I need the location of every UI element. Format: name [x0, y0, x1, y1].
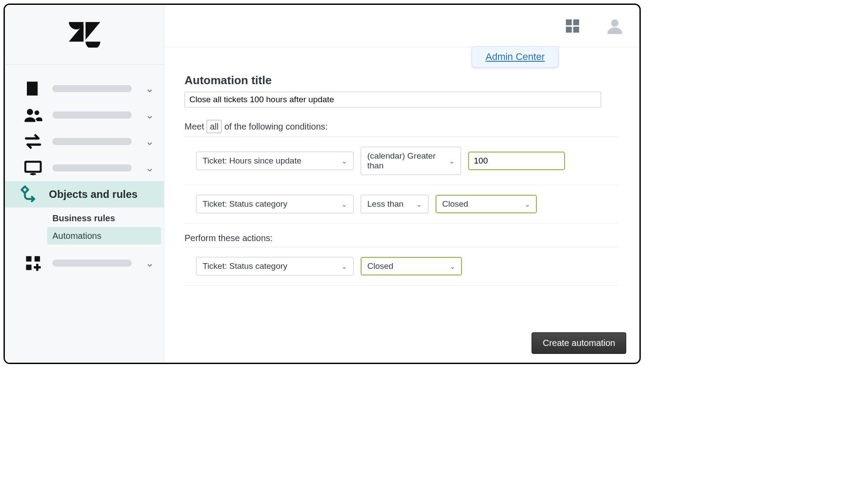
- automation-title-input[interactable]: [185, 92, 601, 108]
- chevron-down-icon: ⌄: [145, 135, 154, 148]
- nav-placeholder: [52, 260, 132, 267]
- svg-point-3: [35, 111, 40, 115]
- chevron-down-icon: ⌄: [145, 109, 154, 121]
- sidebar-item-people[interactable]: ⌄: [5, 102, 164, 128]
- sidebar-item-account[interactable]: ⌄: [5, 75, 164, 102]
- nav-placeholder: [52, 85, 132, 92]
- arrows-icon: [23, 132, 43, 151]
- condition-field-select[interactable]: Ticket: Status category ⌄: [196, 195, 354, 213]
- topbar: [164, 5, 639, 47]
- monitor-icon: [23, 158, 43, 178]
- chevron-down-icon: ⌄: [341, 200, 347, 208]
- sidebar-subitem-business-rules[interactable]: Business rules: [5, 209, 164, 227]
- condition-operator-select[interactable]: (calendar) Greater than ⌄: [361, 147, 461, 175]
- conditions-header: Meet all of the following conditions:: [185, 120, 617, 133]
- condition-value-select[interactable]: Closed ⌄: [436, 195, 537, 213]
- chevron-down-icon: ⌄: [416, 200, 422, 208]
- chevron-down-icon: ⌄: [449, 157, 454, 165]
- create-automation-button[interactable]: Create automation: [532, 332, 626, 354]
- sidebar-item-apps[interactable]: ⌄: [5, 250, 164, 276]
- nav-placeholder: [52, 138, 132, 145]
- apps-add-icon: [23, 253, 43, 273]
- sidebar-item-channels[interactable]: ⌄: [5, 128, 164, 155]
- sidebar-item-objects-rules[interactable]: Objects and rules: [5, 181, 164, 208]
- admin-center-tooltip: Admin Center: [472, 46, 558, 67]
- svg-point-14: [611, 19, 619, 27]
- workflow-icon: [20, 185, 39, 204]
- separator: [185, 247, 617, 247]
- condition-value-input[interactable]: [468, 152, 565, 170]
- svg-rect-12: [566, 26, 572, 32]
- action-row: Ticket: Status category ⌄ Closed ⌄: [196, 257, 617, 275]
- svg-point-2: [27, 109, 33, 115]
- condition-row: Ticket: Hours since update ⌄ (calendar) …: [196, 147, 617, 175]
- sidebar-item-label: Objects and rules: [49, 188, 137, 201]
- svg-rect-11: [573, 19, 579, 25]
- svg-point-5: [30, 173, 36, 175]
- actions-label: Perform these actions:: [185, 233, 617, 243]
- action-field-select[interactable]: Ticket: Status category ⌄: [196, 257, 354, 275]
- chevron-down-icon: ⌄: [341, 262, 347, 271]
- people-icon: [23, 105, 43, 125]
- zendesk-logo-icon: [69, 22, 100, 48]
- chevron-down-icon: ⌄: [145, 257, 154, 269]
- chevron-down-icon: ⌄: [524, 200, 530, 208]
- condition-operator-select[interactable]: Less than ⌄: [361, 195, 428, 213]
- separator: [185, 223, 617, 223]
- admin-center-link[interactable]: Admin Center: [485, 51, 545, 62]
- action-value-select[interactable]: Closed ⌄: [361, 257, 462, 275]
- products-icon[interactable]: [564, 17, 581, 35]
- automation-form: Automation title Meet all of the followi…: [164, 47, 639, 295]
- building-icon: [23, 79, 43, 98]
- sidebar-subitems: Business rules Automations: [5, 209, 164, 245]
- sidebar-item-workspaces[interactable]: ⌄: [5, 155, 164, 181]
- svg-marker-1: [85, 22, 100, 40]
- nav-placeholder: [52, 164, 132, 171]
- svg-rect-13: [573, 26, 579, 32]
- sidebar-subitem-automations[interactable]: Automations: [47, 227, 161, 245]
- svg-rect-9: [26, 265, 31, 270]
- sidebar: ⌄ ⌄ ⌄: [5, 5, 164, 363]
- chevron-down-icon: ⌄: [145, 162, 154, 174]
- svg-rect-7: [26, 256, 31, 261]
- zendesk-logo: [5, 5, 164, 65]
- svg-rect-10: [566, 19, 572, 25]
- conditions-mode[interactable]: all: [207, 120, 222, 133]
- profile-icon[interactable]: [606, 17, 624, 35]
- chevron-down-icon: ⌄: [341, 157, 347, 165]
- separator: [185, 185, 617, 185]
- main-panel: Admin Center Automation title Meet all o…: [164, 5, 639, 363]
- nav-placeholder: [52, 111, 132, 119]
- chevron-down-icon: ⌄: [145, 82, 154, 95]
- svg-rect-4: [26, 162, 41, 172]
- sidebar-nav: ⌄ ⌄ ⌄: [5, 65, 164, 276]
- svg-rect-8: [35, 256, 40, 261]
- condition-row: Ticket: Status category ⌄ Less than ⌄ Cl…: [196, 195, 617, 213]
- separator: [185, 137, 617, 137]
- title-label: Automation title: [185, 74, 617, 87]
- condition-field-select[interactable]: Ticket: Hours since update ⌄: [196, 152, 354, 170]
- admin-center-window: ⌄ ⌄ ⌄: [4, 4, 641, 364]
- chevron-down-icon: ⌄: [450, 262, 455, 271]
- separator: [185, 285, 617, 286]
